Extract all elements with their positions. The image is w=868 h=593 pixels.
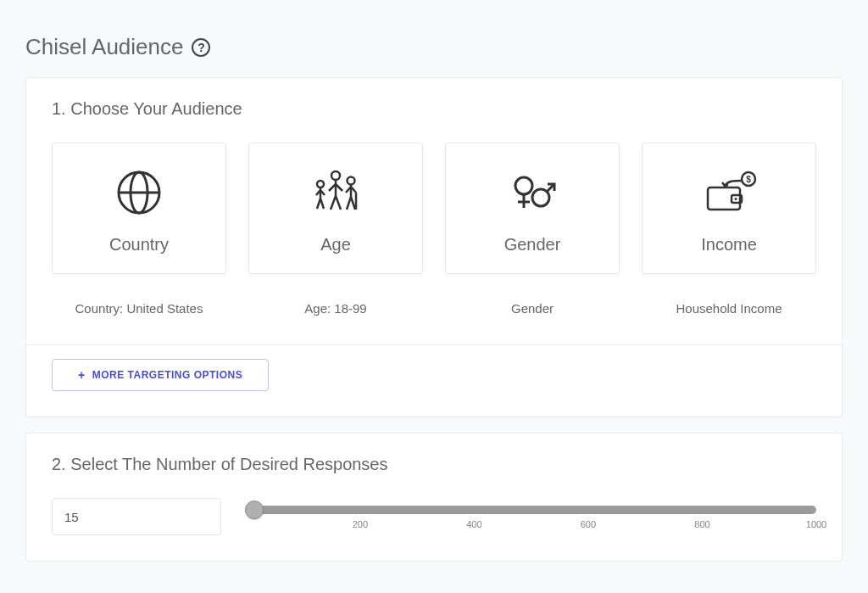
globe-icon	[115, 165, 163, 220]
audience-summary-age: Age: 18-99	[248, 286, 423, 331]
audience-card-age[interactable]: Age	[248, 143, 423, 274]
audience-card-income[interactable]: $ Income	[642, 143, 816, 274]
audience-card-country[interactable]: Country	[52, 143, 226, 274]
svg-point-5	[348, 177, 355, 185]
step2-title: 2. Select The Number of Desired Response…	[52, 455, 816, 474]
svg-point-6	[515, 177, 532, 194]
wallet-money-icon: $	[699, 165, 759, 220]
divider	[26, 344, 842, 345]
step1-panel: 1. Choose Your Audience Country	[25, 77, 843, 417]
more-targeting-options-button[interactable]: + More Targeting Options	[52, 359, 269, 391]
more-button-label: More Targeting Options	[92, 369, 242, 381]
audience-card-label: Gender	[504, 235, 561, 255]
audience-summary-gender: Gender	[445, 286, 620, 331]
audience-card-label: Country	[109, 235, 169, 255]
audience-card-label: Income	[701, 235, 757, 255]
plus-icon: +	[78, 368, 86, 382]
responses-slider[interactable]	[247, 506, 816, 514]
audience-card-gender[interactable]: Gender	[445, 143, 620, 274]
responses-input[interactable]	[52, 498, 221, 535]
page-title: Chisel Audience	[25, 34, 183, 60]
audience-card-label: Age	[320, 235, 351, 255]
svg-point-3	[331, 171, 340, 180]
slider-tick: 400	[466, 519, 481, 529]
svg-point-13	[735, 198, 737, 200]
people-icon	[309, 165, 363, 220]
svg-text:$: $	[746, 175, 751, 184]
step2-panel: 2. Select The Number of Desired Response…	[25, 433, 843, 562]
help-icon[interactable]: ?	[192, 38, 210, 57]
svg-point-4	[317, 181, 324, 187]
slider-tick: 600	[581, 519, 596, 529]
slider-ticks: 2004006008001000	[247, 516, 816, 531]
slider-tick: 1000	[806, 519, 826, 529]
audience-summary-country: Country: United States	[52, 286, 226, 331]
slider-tick: 200	[353, 519, 368, 529]
step1-title: 1. Choose Your Audience	[52, 99, 816, 119]
gender-icon	[505, 165, 559, 220]
slider-tick: 800	[694, 519, 709, 529]
audience-summary-income: Household Income	[642, 286, 816, 331]
